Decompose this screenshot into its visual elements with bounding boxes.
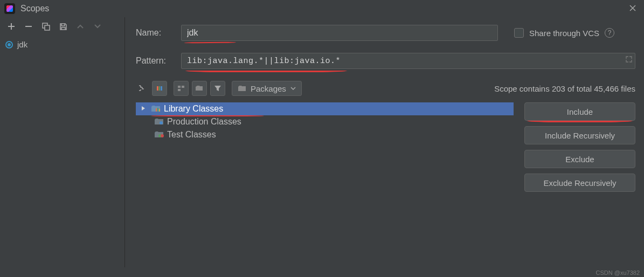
compact-folders-icon[interactable] [192,81,207,96]
svg-rect-4 [161,86,162,91]
sidebar-item-label: jdk [17,40,27,49]
tree-item-label: Library Classes [164,104,223,114]
move-up-icon[interactable] [75,22,85,31]
close-icon[interactable] [627,3,639,15]
include-button[interactable]: Include [524,102,635,121]
tree-row[interactable]: Library Classes [136,102,514,115]
packages-dropdown[interactable]: Packages [232,81,302,96]
expand-arrow-icon[interactable] [141,105,147,113]
help-icon[interactable]: ? [605,28,614,38]
app-icon [4,3,15,14]
exclude-button[interactable]: Exclude [524,150,635,168]
share-label: Share through VCS [529,29,599,38]
scope-local-icon [5,41,13,49]
move-down-icon[interactable] [93,22,102,31]
svg-point-10 [161,134,164,137]
svg-rect-7 [159,109,160,112]
tree[interactable]: Library Classes Production Classes Test … [136,102,514,267]
svg-rect-5 [156,108,157,112]
test-folder-icon [154,131,163,138]
dropdown-label: Packages [251,84,286,93]
copy-icon[interactable] [41,22,51,31]
production-folder-icon [154,118,163,126]
window-title: Scopes [20,4,49,13]
svg-rect-6 [157,108,158,112]
name-label: Name: [136,28,181,38]
sidebar-item-scope[interactable]: jdk [0,38,124,51]
tree-row[interactable]: Production Classes [136,115,514,128]
watermark: CSDN @xu7382 [596,269,640,276]
svg-rect-1 [45,25,50,30]
exclude-recursively-button[interactable]: Exclude Recursively [524,174,635,192]
name-input[interactable] [181,25,498,41]
tree-row[interactable]: Test Classes [136,128,514,141]
pattern-label: Pattern: [136,56,181,66]
include-recursively-button[interactable]: Include Recursively [524,126,635,144]
expand-icon[interactable] [626,56,632,64]
svg-rect-3 [159,86,160,91]
svg-point-8 [160,121,163,124]
svg-rect-2 [157,86,158,91]
scope-status-text: Scope contains 203 of total 45,466 files [494,84,635,93]
pattern-input[interactable] [181,53,635,69]
tree-item-label: Test Classes [167,130,216,140]
share-checkbox[interactable] [514,28,524,38]
tree-item-label: Production Classes [167,117,241,127]
flatten-packages-icon[interactable] [174,81,189,96]
save-icon[interactable] [58,22,68,31]
filter-icon[interactable] [210,81,225,96]
add-icon[interactable] [6,22,16,31]
library-folder-icon [151,105,160,113]
highlight-icon[interactable] [152,81,167,96]
chevron-down-icon [290,87,296,90]
folder-icon [238,85,246,92]
tree-view-icon[interactable] [136,81,149,96]
remove-icon[interactable] [24,22,33,31]
